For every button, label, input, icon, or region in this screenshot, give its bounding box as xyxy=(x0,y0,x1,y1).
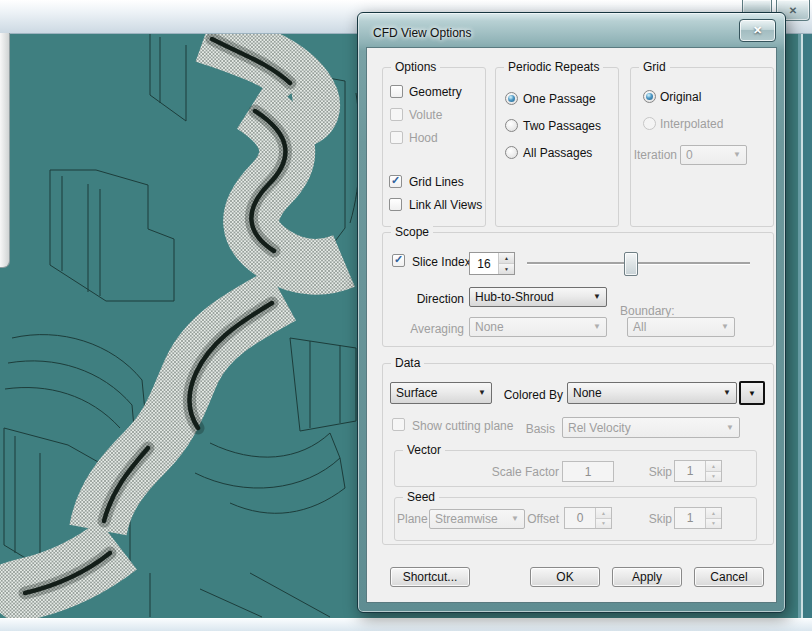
link-all-views-checkbox[interactable] xyxy=(389,198,402,211)
slice-index-slider-thumb[interactable] xyxy=(624,252,638,276)
plane-value: Streamwise xyxy=(435,512,498,526)
application-window: { "icons": { "dropdown": "▼", "spin_up":… xyxy=(0,0,812,631)
ok-button[interactable]: OK xyxy=(530,567,600,587)
vector-skip-value: 1 xyxy=(675,461,705,481)
volute-checkbox xyxy=(390,108,403,121)
vector-skip-label: Skip xyxy=(622,465,672,479)
hood-checkbox xyxy=(390,131,403,144)
check-icon: ✓ xyxy=(391,175,400,186)
hood-label: Hood xyxy=(409,131,438,145)
iteration-label: Iteration xyxy=(633,148,677,162)
grid-group-label: Grid xyxy=(639,60,670,75)
basis-label: Basis xyxy=(507,422,555,436)
spin-down-icon: ▼ xyxy=(706,472,721,482)
dropdown-arrow-icon: ▼ xyxy=(733,151,741,159)
cancel-button[interactable]: Cancel xyxy=(694,567,764,587)
one-passage-radio[interactable] xyxy=(505,92,518,105)
direction-select[interactable]: Hub-to-Shroud ▼ xyxy=(469,287,607,307)
slice-index-checkbox[interactable]: ✓ xyxy=(392,254,405,267)
averaging-value: None xyxy=(475,320,504,334)
spin-down-icon[interactable]: ▼ xyxy=(499,264,514,274)
geometry-label: Geometry xyxy=(409,85,462,99)
radio-dot xyxy=(508,95,515,102)
dialog-close-button[interactable]: ✕ xyxy=(739,19,776,42)
parent-window-right-border xyxy=(796,33,812,618)
spin-down-icon: ▼ xyxy=(706,519,721,529)
colored-by-label: Colored By xyxy=(495,388,563,402)
offset-value: 0 xyxy=(565,508,595,528)
slice-index-label: Slice Index xyxy=(412,255,471,269)
direction-label: Direction xyxy=(397,292,464,306)
show-cutting-plane-checkbox xyxy=(392,418,405,431)
apply-button[interactable]: Apply xyxy=(612,567,682,587)
dropdown-arrow-icon: ▼ xyxy=(478,389,486,397)
slice-index-spinner[interactable]: 16 ▲▼ xyxy=(469,252,515,275)
seed-skip-label: Skip xyxy=(622,512,672,526)
scale-factor-field: 1 xyxy=(562,461,614,482)
scale-factor-label: Scale Factor xyxy=(467,465,559,479)
close-icon: ✕ xyxy=(789,5,797,16)
boundary-select: All ▼ xyxy=(627,317,735,337)
iteration-select: 0 ▼ xyxy=(680,145,747,165)
dropdown-arrow-icon: ▼ xyxy=(593,293,601,301)
dropdown-arrow-icon: ▼ xyxy=(593,323,601,331)
cfd-view-options-dialog: CFD View Options ✕ Options Geometry Volu… xyxy=(357,12,786,613)
averaging-label: Averaging xyxy=(397,322,464,336)
vector-group-label: Vector xyxy=(403,443,445,458)
basis-select: Rel Velocity ▼ xyxy=(562,417,740,438)
boundary-label: Boundary: xyxy=(620,304,675,318)
direction-value: Hub-to-Shroud xyxy=(475,290,554,304)
interpolated-label: Interpolated xyxy=(660,117,723,131)
dropdown-arrow-icon: ▼ xyxy=(748,389,756,398)
show-cutting-plane-label: Show cutting plane xyxy=(412,419,513,433)
geometry-checkbox[interactable] xyxy=(390,85,403,98)
spin-up-icon[interactable]: ▲ xyxy=(499,253,514,264)
all-passages-label: All Passages xyxy=(523,146,592,160)
spin-up-icon: ▲ xyxy=(706,508,721,519)
surface-value: Surface xyxy=(396,386,437,400)
slice-index-value: 16 xyxy=(470,253,498,274)
radio-dot xyxy=(646,93,653,100)
colored-by-expand-button[interactable]: ▼ xyxy=(739,381,765,405)
scale-factor-value: 1 xyxy=(585,465,592,479)
periodic-repeats-group-label: Periodic Repeats xyxy=(504,60,603,75)
check-icon: ✓ xyxy=(394,254,403,265)
colored-by-select[interactable]: None ▼ xyxy=(567,382,737,404)
interpolated-radio xyxy=(643,117,656,130)
dropdown-arrow-icon: ▼ xyxy=(726,424,734,432)
surface-select[interactable]: Surface ▼ xyxy=(390,382,492,404)
data-group-label: Data xyxy=(391,356,424,371)
link-all-views-label: Link All Views xyxy=(409,198,482,212)
seed-skip-spinner: 1 ▲▼ xyxy=(674,507,722,529)
grid-lines-label: Grid Lines xyxy=(409,175,464,189)
seed-group-label: Seed xyxy=(403,490,439,505)
left-panel-edge xyxy=(0,33,10,268)
seed-skip-value: 1 xyxy=(675,508,705,528)
slice-index-slider-track[interactable] xyxy=(527,262,750,264)
options-group-label: Options xyxy=(391,60,440,75)
basis-value: Rel Velocity xyxy=(568,421,631,435)
colored-by-value: None xyxy=(573,386,602,400)
two-passages-radio[interactable] xyxy=(505,119,518,132)
all-passages-radio[interactable] xyxy=(505,146,518,159)
two-passages-label: Two Passages xyxy=(523,119,601,133)
averaging-select: None ▼ xyxy=(469,317,607,337)
offset-spinner: 0 ▲▼ xyxy=(564,507,612,529)
dialog-client-area: Options Geometry Volute Hood ✓ Grid Line… xyxy=(366,47,777,603)
original-label: Original xyxy=(660,90,701,104)
vector-skip-spinner: 1 ▲▼ xyxy=(674,460,722,482)
dropdown-arrow-icon: ▼ xyxy=(723,389,731,397)
dialog-title: CFD View Options xyxy=(373,26,471,40)
dropdown-arrow-icon: ▼ xyxy=(721,323,729,331)
plane-select: Streamwise ▼ xyxy=(429,509,525,529)
original-radio[interactable] xyxy=(643,90,656,103)
boundary-value: All xyxy=(633,320,646,334)
plane-label: Plane xyxy=(397,512,428,526)
one-passage-label: One Passage xyxy=(523,92,596,106)
iteration-value: 0 xyxy=(686,148,693,162)
spin-down-icon: ▼ xyxy=(596,519,611,529)
grid-lines-checkbox[interactable]: ✓ xyxy=(389,175,402,188)
close-icon: ✕ xyxy=(753,24,762,37)
spin-up-icon: ▲ xyxy=(596,508,611,519)
shortcut-button[interactable]: Shortcut... xyxy=(390,567,470,587)
